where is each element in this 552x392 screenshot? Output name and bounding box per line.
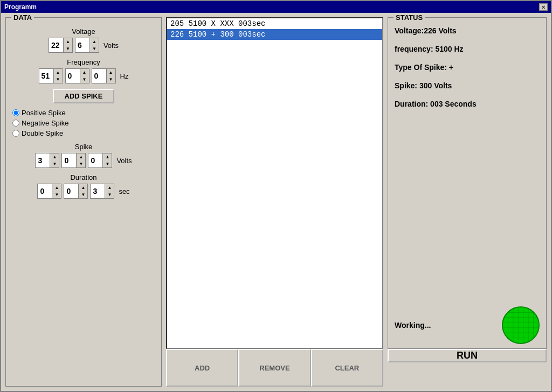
spike-digit2-arrows: ▲ ▼ [77, 153, 86, 168]
status-panel-legend: STATUS [394, 13, 425, 22]
double-spike-item: Double Spike [12, 129, 155, 137]
spike-digit1-box: 3 [35, 153, 50, 168]
negative-spike-label: Negative Spike [22, 119, 68, 127]
spike-digit3-arrows: ▲ ▼ [103, 153, 112, 168]
duration-unit: sec [119, 187, 129, 195]
freq-digit1-val: 51 [42, 72, 50, 80]
dur-digit2-down[interactable]: ▼ [79, 191, 87, 198]
dur-digit1-box: 0 [37, 184, 52, 199]
double-spike-label: Double Spike [22, 129, 63, 137]
spike-digit2-val: 0 [64, 156, 68, 165]
freq-digit2-down[interactable]: ▼ [80, 76, 89, 83]
list-panel: 205 5100 X XXX 003sec226 5100 + 300 003s… [166, 17, 383, 387]
main-content: DATA Voltage 22 ▲ ▼ 6 [1, 13, 551, 391]
add-button[interactable]: ADD [166, 349, 238, 387]
spike-digit2-down[interactable]: ▼ [77, 160, 85, 167]
run-area: RUN [388, 349, 547, 387]
right-side: STATUS Voltage:226 Volts frequency: 5100… [388, 17, 547, 387]
voltage-digit1-box: 22 [49, 38, 64, 53]
freq-digit3-up[interactable]: ▲ [107, 69, 115, 76]
freq-digit1-down[interactable]: ▼ [54, 76, 63, 83]
spike-digit3-down[interactable]: ▼ [103, 160, 112, 167]
freq-digit3-arrows: ▲ ▼ [107, 68, 116, 83]
voltage-digit2-arrows: ▲ ▼ [90, 38, 99, 53]
status-voltage: Voltage:226 Volts [395, 26, 540, 35]
spike-list[interactable]: 205 5100 X XXX 003sec226 5100 + 300 003s… [166, 17, 383, 349]
spike-digit3-up[interactable]: ▲ [103, 153, 112, 160]
freq-digit2-up[interactable]: ▲ [80, 69, 89, 76]
frequency-label: Frequency [12, 58, 155, 66]
dur-digit2-up[interactable]: ▲ [79, 184, 87, 191]
positive-spike-item: Positive Spike [12, 109, 155, 117]
voltage-digit2-down[interactable]: ▼ [90, 45, 99, 52]
dur-digit2-arrows: ▲ ▼ [79, 184, 88, 199]
status-frequency: frequency: 5100 Hz [395, 45, 540, 53]
freq-digit3-group: 0 ▲ ▼ [92, 68, 116, 83]
voltage-digit1-val: 22 [51, 41, 60, 50]
dur-digit3-val: 3 [93, 187, 97, 195]
spike-spinner-row: 3 ▲ ▼ 0 ▲ ▼ [12, 153, 155, 168]
double-spike-radio[interactable] [12, 130, 19, 137]
close-button[interactable]: ✕ [539, 3, 548, 11]
working-indicator [502, 306, 540, 344]
dur-digit1-group: 0 ▲ ▼ [37, 184, 61, 199]
status-main: Voltage:226 Volts frequency: 5100 Hz Typ… [395, 22, 540, 344]
spike-digit1-down[interactable]: ▼ [50, 160, 59, 167]
freq-digit2-box: 0 [65, 68, 80, 83]
freq-digit1-box: 51 [39, 68, 54, 83]
spike-digit1-group: 3 ▲ ▼ [35, 153, 59, 168]
duration-label: Duration [12, 173, 155, 181]
status-duration: Duration: 003 Seconds [395, 100, 540, 108]
spike-label: Spike [12, 143, 155, 151]
list-buttons: ADD REMOVE CLEAR [166, 349, 383, 387]
freq-digit3-down[interactable]: ▼ [107, 76, 115, 83]
voltage-digit1-up[interactable]: ▲ [64, 38, 72, 45]
freq-digit2-group: 0 ▲ ▼ [65, 68, 89, 83]
freq-digit3-val: 0 [94, 72, 99, 80]
dur-digit3-arrows: ▲ ▼ [105, 184, 114, 199]
dur-digit3-down[interactable]: ▼ [105, 191, 114, 198]
positive-spike-radio[interactable] [12, 109, 19, 116]
window-title: Programm [4, 3, 37, 11]
dur-digit1-arrows: ▲ ▼ [52, 184, 61, 199]
remove-button[interactable]: REMOVE [238, 349, 310, 387]
spike-digit1-up[interactable]: ▲ [50, 153, 59, 160]
voltage-digit1-down[interactable]: ▼ [64, 45, 72, 52]
data-panel-legend: DATA [11, 13, 34, 22]
freq-digit2-arrows: ▲ ▼ [80, 68, 89, 83]
freq-digit1-up[interactable]: ▲ [54, 69, 63, 76]
voltage-unit: Volts [104, 41, 119, 50]
positive-spike-label: Positive Spike [22, 109, 66, 117]
freq-digit2-val: 0 [68, 72, 72, 80]
frequency-spinner-row: 51 ▲ ▼ 0 ▲ ▼ [12, 68, 155, 83]
spike-type-group: Positive Spike Negative Spike Double Spi… [12, 109, 155, 137]
dur-digit1-down[interactable]: ▼ [52, 191, 61, 198]
spike-digit2-up[interactable]: ▲ [77, 153, 85, 160]
working-label: Working... [395, 321, 431, 330]
spike-digit3-group: 0 ▲ ▼ [88, 153, 112, 168]
list-item[interactable]: 205 5100 X XXX 003sec [167, 18, 382, 29]
clear-button[interactable]: CLEAR [311, 349, 383, 387]
frequency-unit: Hz [120, 72, 129, 80]
voltage-digit1-arrows: ▲ ▼ [64, 38, 73, 53]
voltage-digit1-group: 22 ▲ ▼ [49, 38, 73, 53]
dur-digit1-up[interactable]: ▲ [52, 184, 61, 191]
dur-digit2-group: 0 ▲ ▼ [64, 184, 88, 199]
list-item[interactable]: 226 5100 + 300 003sec [167, 29, 382, 40]
voltage-label: Voltage [12, 27, 155, 36]
spike-digit2-box: 0 [61, 153, 77, 168]
voltage-digit2-val: 6 [78, 41, 82, 50]
negative-spike-radio[interactable] [12, 120, 19, 127]
dur-digit3-box: 3 [90, 184, 105, 199]
status-spike-type: Type Of Spike: + [395, 63, 540, 72]
voltage-digit2-up[interactable]: ▲ [90, 38, 99, 45]
add-spike-button[interactable]: ADD SPIKE [53, 89, 115, 103]
status-spike: Spike: 300 Volts [395, 81, 540, 90]
status-bottom: Working... [395, 306, 540, 344]
spike-digit1-arrows: ▲ ▼ [50, 153, 59, 168]
spike-digit1-val: 3 [38, 156, 42, 165]
run-button[interactable]: RUN [388, 349, 547, 362]
duration-spinner-row: 0 ▲ ▼ 0 ▲ ▼ [12, 184, 155, 199]
dur-digit3-up[interactable]: ▲ [105, 184, 114, 191]
data-panel: DATA Voltage 22 ▲ ▼ 6 [5, 17, 162, 387]
